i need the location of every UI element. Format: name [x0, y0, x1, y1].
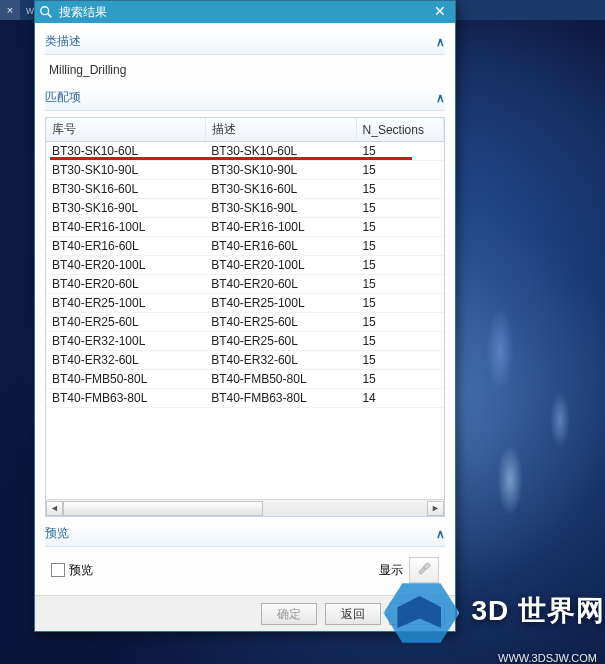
dialog-content: 类描述 ∧ Milling_Drilling 匹配项 ∧ 库号 描述 N_Sec… — [35, 23, 455, 595]
collapse-icon[interactable]: ∧ — [436, 35, 445, 49]
table-cell: 15 — [356, 218, 444, 237]
match-header[interactable]: 匹配项 ∧ — [45, 87, 445, 111]
table-cell: 14 — [356, 389, 444, 408]
table-cell: BT40-ER32-60L — [46, 351, 205, 370]
table-cell: BT40-ER20-60L — [205, 275, 356, 294]
class-desc-header[interactable]: 类描述 ∧ — [45, 31, 445, 55]
table-cell: BT40-ER32-100L — [46, 332, 205, 351]
collapse-icon[interactable]: ∧ — [436, 527, 445, 541]
ok-button[interactable]: 确定 — [261, 603, 317, 625]
cancel-button[interactable]: 取消 — [389, 603, 445, 625]
svg-line-1 — [48, 14, 52, 18]
class-desc-title: 类描述 — [45, 33, 81, 50]
back-button[interactable]: 返回 — [325, 603, 381, 625]
collapse-icon[interactable]: ∧ — [436, 91, 445, 105]
table-cell: 15 — [356, 256, 444, 275]
table-row[interactable]: BT40-ER20-60LBT40-ER20-60L15 — [46, 275, 444, 294]
table-cell: BT40-FMB50-80L — [205, 370, 356, 389]
table-cell: BT30-SK10-60L — [46, 142, 205, 161]
table-row[interactable]: BT30-SK10-60LBT30-SK10-60L15 — [46, 142, 444, 161]
preview-checkbox-label: 预览 — [69, 562, 93, 579]
results-table: 库号 描述 N_Sections — [46, 118, 444, 142]
horizontal-scrollbar[interactable]: ◄ ► — [46, 499, 444, 516]
table-cell: 15 — [356, 313, 444, 332]
table-cell: 15 — [356, 161, 444, 180]
table-row[interactable]: BT40-ER25-100LBT40-ER25-100L15 — [46, 294, 444, 313]
table-row[interactable]: BT30-SK16-90LBT30-SK16-90L15 — [46, 199, 444, 218]
table-scroll-area[interactable]: BT30-SK10-60LBT30-SK10-60L15BT30-SK10-90… — [46, 142, 444, 499]
preview-title: 预览 — [45, 525, 69, 542]
table-cell: BT30-SK10-60L — [205, 142, 356, 161]
table-row[interactable]: BT40-ER20-100LBT40-ER20-100L15 — [46, 256, 444, 275]
match-section: 库号 描述 N_Sections BT30-SK10-60LBT30-SK10-… — [45, 111, 445, 517]
table-cell: 15 — [356, 275, 444, 294]
table-row[interactable]: BT40-ER16-60LBT40-ER16-60L15 — [46, 237, 444, 256]
table-cell: 15 — [356, 351, 444, 370]
table-row[interactable]: BT40-FMB50-80LBT40-FMB50-80L15 — [46, 370, 444, 389]
dialog-titlebar[interactable]: 搜索结果 ✕ — [35, 1, 455, 23]
table-row[interactable]: BT30-SK16-60LBT30-SK16-60L15 — [46, 180, 444, 199]
scroll-right-icon[interactable]: ► — [427, 501, 444, 516]
table-cell: 15 — [356, 142, 444, 161]
watermark-url: WWW.3DSJW.COM — [498, 652, 597, 664]
scroll-thumb[interactable] — [63, 501, 263, 516]
table-cell: BT40-ER20-60L — [46, 275, 205, 294]
results-table-container: 库号 描述 N_Sections BT30-SK10-60LBT30-SK10-… — [45, 117, 445, 517]
table-cell: BT40-FMB63-80L — [205, 389, 356, 408]
table-cell: BT40-ER25-100L — [205, 294, 356, 313]
table-row[interactable]: BT30-SK10-90LBT30-SK10-90L15 — [46, 161, 444, 180]
scroll-track[interactable] — [63, 501, 427, 516]
table-row[interactable]: BT40-ER16-100LBT40-ER16-100L15 — [46, 218, 444, 237]
dialog-button-row: 确定 返回 取消 — [35, 595, 455, 631]
match-title: 匹配项 — [45, 89, 81, 106]
table-cell: BT30-SK10-90L — [205, 161, 356, 180]
table-cell: BT30-SK16-60L — [205, 180, 356, 199]
table-cell: BT30-SK16-90L — [205, 199, 356, 218]
search-results-dialog: 搜索结果 ✕ 类描述 ∧ Milling_Drilling 匹配项 ∧ 库号 描… — [34, 0, 456, 632]
table-cell: BT30-SK10-90L — [46, 161, 205, 180]
preview-checkbox-group: 预览 — [51, 562, 93, 579]
svg-point-0 — [41, 7, 49, 15]
col-lib[interactable]: 库号 — [46, 118, 205, 142]
table-header-row: 库号 描述 N_Sections — [46, 118, 444, 142]
table-cell: 15 — [356, 199, 444, 218]
col-n[interactable]: N_Sections — [356, 118, 443, 142]
search-icon — [39, 5, 53, 19]
table-cell: BT40-ER25-100L — [46, 294, 205, 313]
table-row[interactable]: BT40-ER32-60LBT40-ER32-60L15 — [46, 351, 444, 370]
dialog-close-button[interactable]: ✕ — [429, 2, 451, 22]
preview-checkbox[interactable] — [51, 563, 65, 577]
preview-body: 预览 显示 — [45, 547, 445, 587]
table-body: BT30-SK10-60LBT30-SK10-60L15BT30-SK10-90… — [46, 142, 444, 408]
dialog-title: 搜索结果 — [59, 4, 423, 21]
svg-rect-3 — [419, 567, 426, 574]
table-cell: BT40-ER16-100L — [205, 218, 356, 237]
tab-close-button[interactable]: × — [0, 0, 20, 20]
table-cell: 15 — [356, 237, 444, 256]
table-cell: BT40-FMB63-80L — [46, 389, 205, 408]
table-row[interactable]: BT40-ER25-60LBT40-ER25-60L15 — [46, 313, 444, 332]
table-cell: BT40-ER16-60L — [205, 237, 356, 256]
table-cell: BT40-ER16-60L — [46, 237, 205, 256]
table-cell: BT40-ER25-60L — [205, 332, 356, 351]
col-desc[interactable]: 描述 — [205, 118, 356, 142]
table-cell: 15 — [356, 180, 444, 199]
table-cell: BT40-ER16-100L — [46, 218, 205, 237]
table-cell: 15 — [356, 332, 444, 351]
table-row[interactable]: BT40-ER32-100LBT40-ER25-60L15 — [46, 332, 444, 351]
display-button[interactable] — [409, 557, 439, 583]
table-cell: BT40-ER20-100L — [46, 256, 205, 275]
table-cell: BT30-SK16-90L — [46, 199, 205, 218]
scroll-left-icon[interactable]: ◄ — [46, 501, 63, 516]
table-cell: 15 — [356, 294, 444, 313]
table-cell: BT30-SK16-60L — [46, 180, 205, 199]
flashlight-icon — [415, 560, 433, 581]
preview-header[interactable]: 预览 ∧ — [45, 523, 445, 547]
table-cell: BT40-ER25-60L — [205, 313, 356, 332]
table-cell: BT40-FMB50-80L — [46, 370, 205, 389]
table-cell: BT40-ER25-60L — [46, 313, 205, 332]
table-row[interactable]: BT40-FMB63-80LBT40-FMB63-80L14 — [46, 389, 444, 408]
display-label: 显示 — [379, 562, 403, 579]
table-cell: BT40-ER32-60L — [205, 351, 356, 370]
preview-display-group: 显示 — [379, 557, 439, 583]
